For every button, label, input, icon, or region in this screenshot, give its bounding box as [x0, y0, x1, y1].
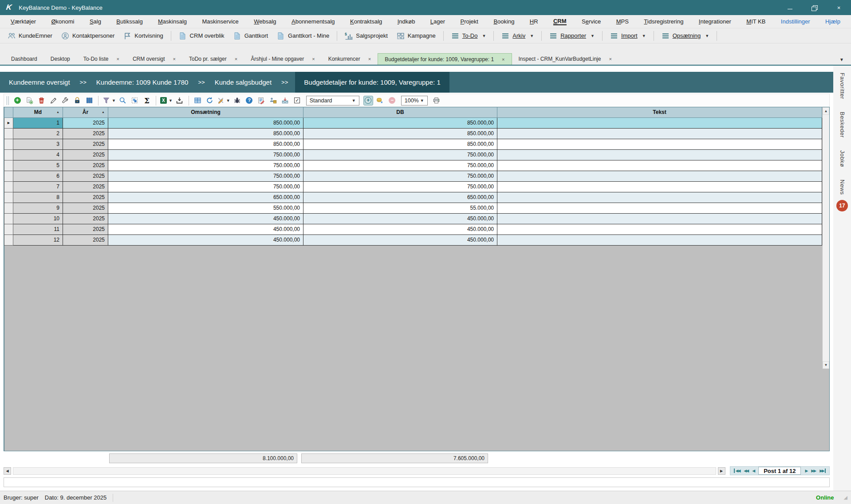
- cell-db[interactable]: 850.000,00: [303, 128, 497, 139]
- row-indicator-cell[interactable]: [4, 181, 13, 192]
- sum-icon[interactable]: Σ: [142, 96, 152, 105]
- cell-md[interactable]: 6: [13, 171, 63, 181]
- cell-ar[interactable]: 2025: [63, 181, 108, 192]
- tab-desktop[interactable]: Desktop: [44, 53, 77, 65]
- search-icon[interactable]: [118, 96, 128, 105]
- tab-budgetdetaljer-for-kunde-1009-varegruppe-1[interactable]: Budgetdetaljer for kunde: 1009, Varegrup…: [378, 53, 512, 65]
- cell-tekst[interactable]: [497, 149, 822, 160]
- cell-db[interactable]: 450.000,00: [303, 234, 497, 245]
- help-icon[interactable]: ?: [244, 96, 254, 105]
- menu-websalg[interactable]: Websalg: [254, 18, 276, 25]
- cell-md[interactable]: 10: [13, 213, 63, 224]
- side-tab-news[interactable]: News: [839, 180, 846, 195]
- cell-omsaetning[interactable]: 750.000,00: [108, 160, 303, 171]
- cell-db[interactable]: 750.000,00: [303, 149, 497, 160]
- close-button[interactable]: ×: [835, 5, 842, 11]
- cell-tekst[interactable]: [497, 192, 822, 203]
- row-indicator-cell[interactable]: ►: [4, 117, 13, 128]
- toolbar-grip[interactable]: [7, 96, 9, 105]
- row-indicator-cell[interactable]: [4, 234, 13, 245]
- toolbar-kampagne[interactable]: Kampagne: [394, 31, 439, 41]
- toolbar-menu-opsætning[interactable]: Opsætning▼: [658, 31, 713, 41]
- edit-pencil-icon[interactable]: [48, 96, 58, 105]
- cell-ar[interactable]: 2025: [63, 192, 108, 203]
- row-indicator-cell[interactable]: [4, 128, 13, 139]
- tab-inspect-crm-kunvarbudgetlinje[interactable]: Inspect - CRM_KunVarBudgetLinje×: [512, 53, 619, 65]
- cell-db[interactable]: 750.000,00: [303, 181, 497, 192]
- notes-edit-icon[interactable]: [256, 96, 266, 105]
- cell-omsaetning[interactable]: 850.000,00: [108, 128, 303, 139]
- row-indicator-cell[interactable]: [4, 160, 13, 171]
- table-row[interactable]: 32025850.000,00850.000,00: [4, 139, 822, 149]
- cell-md[interactable]: 3: [13, 139, 63, 149]
- toolbar-menu-import[interactable]: Import▼: [607, 31, 649, 41]
- tab-close-icon[interactable]: ×: [502, 57, 504, 62]
- cell-ar[interactable]: 2025: [63, 160, 108, 171]
- cell-ar[interactable]: 2025: [63, 203, 108, 213]
- table-row[interactable]: 102025450.000,00450.000,00: [4, 213, 822, 224]
- cell-db[interactable]: 450.000,00: [303, 213, 497, 224]
- menu-crm[interactable]: CRM: [553, 18, 567, 25]
- minimize-button[interactable]: [787, 5, 793, 11]
- cell-db[interactable]: 55.000,00: [303, 203, 497, 213]
- next-record-button[interactable]: ▶: [805, 469, 807, 473]
- table-row[interactable]: 42025750.000,00750.000,00: [4, 149, 822, 160]
- column-header-år[interactable]: År▲: [63, 107, 108, 117]
- menu-værktøjer[interactable]: Værktøjer: [11, 18, 36, 25]
- breadcrumb-kundeemne-oversigt[interactable]: Kundeemne oversigt: [6, 78, 73, 86]
- toolbar-menu-to-do[interactable]: To-Do▼: [448, 31, 489, 41]
- toolbar-salgsprojekt[interactable]: $Salgsprojekt: [342, 31, 391, 41]
- menu-hjælp[interactable]: Hjælp: [825, 18, 840, 25]
- cell-tekst[interactable]: [497, 181, 822, 192]
- menu-kontraktsalg[interactable]: Kontraktsalg: [350, 18, 382, 25]
- table-row[interactable]: 92025550.000,0055.000,00: [4, 203, 822, 213]
- cell-md[interactable]: 1: [13, 117, 63, 128]
- table-view-icon[interactable]: [193, 96, 203, 105]
- cell-ar[interactable]: 2025: [63, 139, 108, 149]
- cell-omsaetning[interactable]: 550.000,00: [108, 203, 303, 213]
- cell-md[interactable]: 12: [13, 234, 63, 245]
- cell-tekst[interactable]: [497, 234, 822, 245]
- copy-record-icon[interactable]: [24, 96, 34, 105]
- tab-todo-pr-sælger[interactable]: ToDo pr. sælger×: [182, 53, 244, 65]
- row-indicator-cell[interactable]: [4, 213, 13, 224]
- table-row[interactable]: 122025450.000,00450.000,00: [4, 234, 822, 245]
- table-row[interactable]: 62025750.000,00750.000,00: [4, 171, 822, 181]
- cell-md[interactable]: 9: [13, 203, 63, 213]
- column-header-omsætning[interactable]: Omsætning: [108, 107, 303, 117]
- menu-booking[interactable]: Booking: [493, 18, 514, 25]
- cell-ar[interactable]: 2025: [63, 149, 108, 160]
- tab-to-do-liste[interactable]: To-Do liste×: [77, 53, 126, 65]
- breadcrumb-kunde-salgsbudget[interactable]: Kunde salgsbudget: [212, 78, 274, 86]
- cell-omsaetning[interactable]: 750.000,00: [108, 149, 303, 160]
- side-tab-favoritter[interactable]: Favoritter: [839, 73, 846, 99]
- menu-indkøb[interactable]: Indkøb: [398, 18, 415, 25]
- column-header-db[interactable]: DB: [303, 107, 497, 117]
- cell-omsaetning[interactable]: 650.000,00: [108, 192, 303, 203]
- hscroll-right-icon[interactable]: ▶: [718, 467, 725, 475]
- cell-db[interactable]: 650.000,00: [303, 192, 497, 203]
- next-page-button[interactable]: ▶▶: [811, 469, 816, 473]
- tab-close-icon[interactable]: ×: [368, 56, 371, 62]
- vertical-scrollbar[interactable]: ▲ ▼: [822, 107, 829, 369]
- tab-dashboard[interactable]: Dashboard: [4, 53, 44, 65]
- cell-omsaetning[interactable]: 750.000,00: [108, 171, 303, 181]
- print-icon[interactable]: [432, 96, 441, 105]
- menu-service[interactable]: Service: [582, 18, 601, 25]
- scroll-up-icon[interactable]: ▲: [823, 107, 829, 115]
- tab-close-icon[interactable]: ×: [312, 56, 315, 62]
- cell-db[interactable]: 850.000,00: [303, 117, 497, 128]
- selection-icon[interactable]: [130, 96, 140, 105]
- filter-icon[interactable]: ▼: [102, 96, 116, 105]
- menu-lager[interactable]: Lager: [430, 18, 445, 25]
- row-indicator-cell[interactable]: [4, 224, 13, 234]
- lock-icon[interactable]: [72, 96, 82, 105]
- refresh-icon[interactable]: [205, 96, 215, 105]
- cell-ar[interactable]: 2025: [63, 234, 108, 245]
- row-indicator-cell[interactable]: [4, 203, 13, 213]
- cell-omsaetning[interactable]: 450.000,00: [108, 224, 303, 234]
- tab-close-icon[interactable]: ×: [173, 56, 176, 62]
- tab-close-icon[interactable]: ×: [116, 56, 119, 62]
- column-header-tekst[interactable]: Tekst: [497, 107, 822, 117]
- row-indicator-cell[interactable]: [4, 192, 13, 203]
